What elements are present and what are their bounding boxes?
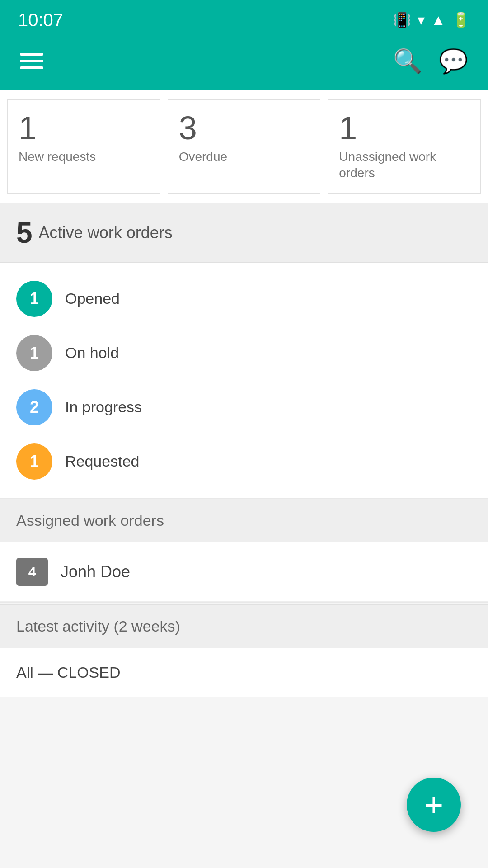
- summary-card-label-0: New requests: [19, 149, 149, 165]
- message-button[interactable]: 💬: [439, 49, 468, 73]
- status-badge-2: 2: [16, 389, 52, 425]
- status-label-1: On hold: [65, 344, 119, 362]
- status-item-on-hold[interactable]: 1 On hold: [16, 326, 472, 380]
- menu-button[interactable]: [20, 53, 43, 69]
- assigned-badge-0: 4: [16, 558, 48, 586]
- summary-card-2[interactable]: 1 Unassigned work orders: [328, 99, 481, 194]
- summary-card-count-2: 1: [339, 112, 469, 144]
- summary-card-label-2: Unassigned work orders: [339, 149, 469, 182]
- search-button[interactable]: 🔍: [393, 49, 422, 73]
- assigned-list: 4 Jonh Doe: [0, 542, 488, 602]
- summary-card-count-1: 3: [179, 112, 310, 144]
- assigned-item-0[interactable]: 4 Jonh Doe: [0, 542, 488, 602]
- assigned-name-0: Jonh Doe: [61, 562, 130, 581]
- active-count: 5: [16, 216, 33, 250]
- divider-2: [0, 602, 488, 603]
- status-time: 10:07: [18, 10, 63, 30]
- latest-section-header: Latest activity (2 weeks): [0, 604, 488, 648]
- status-label-2: In progress: [65, 398, 142, 416]
- summary-card-1[interactable]: 3 Overdue: [168, 99, 321, 194]
- summary-cards: 1 New requests 3 Overdue 1 Unassigned wo…: [0, 90, 488, 203]
- status-list: 1 Opened 1 On hold 2 In progress 1 Reque…: [0, 263, 488, 498]
- battery-icon: 🔋: [452, 11, 470, 28]
- summary-card-0[interactable]: 1 New requests: [7, 99, 160, 194]
- status-item-requested[interactable]: 1 Requested: [16, 434, 472, 489]
- signal-icon: ▲: [431, 12, 446, 28]
- status-item-opened[interactable]: 1 Opened: [16, 272, 472, 326]
- active-work-orders-header: 5 Active work orders: [0, 203, 488, 263]
- top-bar-actions: 🔍 💬: [393, 49, 468, 73]
- top-bar: 🔍 💬: [0, 36, 488, 90]
- status-bar: 10:07 📳 ▾ ▲ 🔋: [0, 0, 488, 36]
- status-label-0: Opened: [65, 290, 120, 307]
- status-badge-3: 1: [16, 443, 52, 480]
- status-item-in-progress[interactable]: 2 In progress: [16, 380, 472, 434]
- partial-activity-item[interactable]: All — CLOSED: [0, 648, 488, 697]
- wifi-icon: ▾: [418, 11, 425, 28]
- assigned-section-header: Assigned work orders: [0, 499, 488, 542]
- status-badge-1: 1: [16, 335, 52, 371]
- latest-section-label: Latest activity (2 weeks): [16, 618, 180, 635]
- status-label-3: Requested: [65, 453, 139, 470]
- summary-card-label-1: Overdue: [179, 149, 310, 165]
- summary-card-count-0: 1: [19, 112, 149, 144]
- vibrate-icon: 📳: [393, 11, 411, 28]
- fab-add-button[interactable]: +: [407, 778, 461, 832]
- status-icons: 📳 ▾ ▲ 🔋: [393, 11, 470, 28]
- active-label: Active work orders: [39, 223, 173, 242]
- assigned-section-label: Assigned work orders: [16, 512, 164, 529]
- status-badge-0: 1: [16, 281, 52, 317]
